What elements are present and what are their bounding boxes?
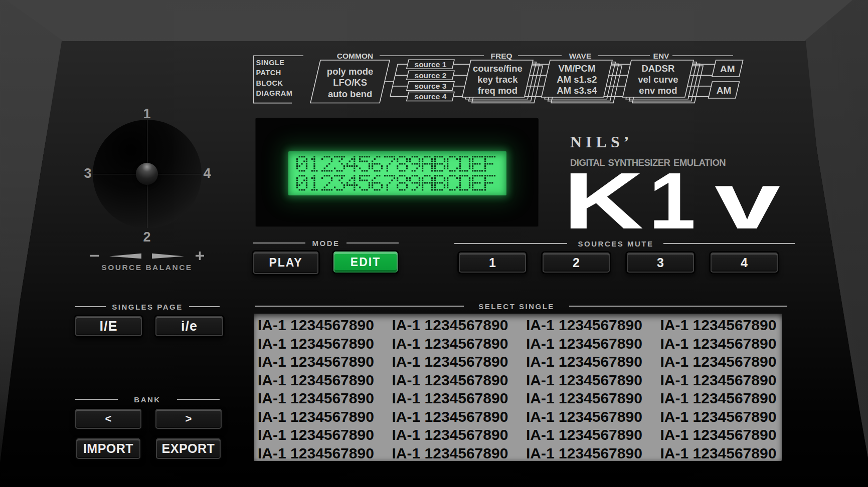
svg-text:AM: AM — [717, 85, 732, 96]
svg-text:vel curve: vel curve — [638, 74, 678, 85]
svg-text:AM s3.s4: AM s3.s4 — [557, 85, 597, 96]
svg-text:WAVE: WAVE — [569, 52, 592, 60]
svg-text:COMMON: COMMON — [337, 52, 373, 60]
svg-text:env mod: env mod — [639, 85, 677, 96]
svg-text:course/fine: course/fine — [473, 63, 523, 74]
svg-text:LFO/KS: LFO/KS — [333, 77, 367, 88]
svg-text:source 2: source 2 — [415, 71, 447, 80]
svg-text:DIAGRAM: DIAGRAM — [256, 89, 293, 97]
svg-text:freq mod: freq mod — [478, 85, 517, 96]
svg-text:AM s1.s2: AM s1.s2 — [557, 74, 597, 85]
svg-text:poly mode: poly mode — [327, 66, 374, 77]
svg-text:SINGLE: SINGLE — [256, 59, 285, 67]
svg-text:FREQ: FREQ — [490, 52, 512, 60]
svg-text:PATCH: PATCH — [256, 69, 281, 77]
svg-text:key track: key track — [477, 74, 518, 85]
svg-text:ENV: ENV — [653, 52, 670, 60]
svg-text:source 4: source 4 — [415, 92, 447, 101]
svg-text:DADSR: DADSR — [642, 63, 675, 74]
svg-text:auto bend: auto bend — [328, 89, 372, 99]
svg-text:source 3: source 3 — [415, 82, 447, 90]
svg-text:source 1: source 1 — [415, 60, 447, 69]
svg-text:SOURCE BALANCE: SOURCE BALANCE — [101, 263, 192, 272]
svg-text:AM: AM — [720, 64, 735, 74]
svg-text:VM/PCM: VM/PCM — [558, 63, 595, 74]
svg-text:BLOCK: BLOCK — [256, 79, 283, 87]
